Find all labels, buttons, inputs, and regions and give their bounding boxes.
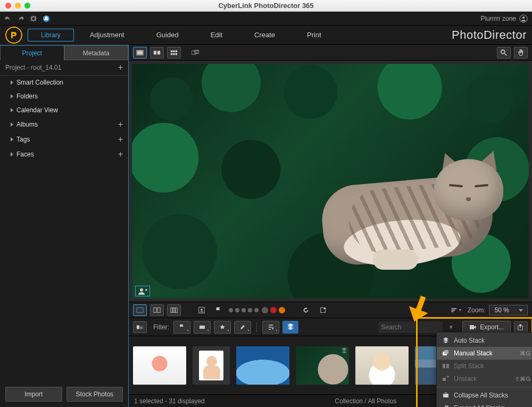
search-input[interactable] [379, 321, 443, 333]
crop-icon[interactable] [316, 304, 330, 316]
zoom-label: Zoom: [468, 306, 486, 314]
pan-icon[interactable] [514, 47, 528, 59]
chevron-right-icon [11, 80, 13, 85]
add-face-icon[interactable]: + [118, 150, 123, 159]
stack-dropdown[interactable] [282, 321, 298, 334]
filter-toolbar: Filter: Auto Stack Manual Stack ⌘G [129, 318, 532, 336]
face-tag-button[interactable] [135, 286, 150, 296]
preview-area[interactable] [129, 61, 532, 302]
svg-rect-14 [195, 50, 199, 53]
layout-split-icon[interactable] [150, 304, 164, 316]
menu-expand-stacks[interactable]: Expand All Stacks [437, 402, 532, 407]
view-compare-icon[interactable] [150, 47, 164, 59]
sort-dropdown[interactable] [262, 321, 279, 334]
search-icon[interactable] [497, 47, 511, 59]
chevron-right-icon [11, 94, 13, 98]
export-button[interactable]: Export... [462, 321, 511, 334]
tab-metadata[interactable]: Metadata [64, 45, 129, 60]
sidebar-item-faces[interactable]: Faces + [0, 147, 128, 162]
face-detect-icon[interactable] [195, 304, 209, 316]
thumb-size-icon[interactable] [133, 321, 147, 333]
stock-photos-button[interactable]: Stock Photos [66, 387, 123, 402]
mode-bar: Library Adjustment Guided Edit Create Pr… [0, 26, 532, 45]
tab-project[interactable]: Project [0, 45, 64, 60]
undo-icon[interactable] [4, 15, 12, 22]
chevron-right-icon [11, 137, 13, 142]
svg-rect-6 [157, 51, 160, 54]
sidebar-item-calendar-view[interactable]: Calendar View [0, 103, 128, 117]
auto-stack-icon [442, 337, 450, 344]
sidebar-item-tags[interactable]: Tags + [0, 132, 128, 147]
svg-rect-27 [451, 308, 456, 309]
thumbnail[interactable] [193, 346, 230, 385]
color-dot[interactable] [279, 307, 285, 313]
filter-rating-dropdown[interactable] [214, 321, 231, 334]
stack-menu: Auto Stack Manual Stack ⌘G Split Stack U… [436, 332, 532, 407]
layout-multi-icon[interactable] [167, 304, 181, 316]
add-project-icon[interactable]: + [118, 63, 123, 72]
share-icon[interactable] [514, 321, 528, 333]
svg-rect-31 [140, 326, 142, 329]
brand-text: PhotoDirector [452, 28, 527, 42]
add-tag-icon[interactable]: + [118, 135, 123, 144]
project-header[interactable]: Project - root_14.01 + [0, 60, 128, 76]
chevron-right-icon [11, 152, 13, 156]
status-path: Collection / All Photos [335, 397, 396, 405]
window-title: CyberLink PhotoDirector 365 [0, 2, 532, 10]
view-single-icon[interactable] [133, 47, 147, 59]
color-dot[interactable] [270, 307, 277, 313]
zoom-select[interactable]: 50 % [489, 305, 528, 315]
clear-search-icon[interactable]: × [446, 323, 456, 331]
preview-image [132, 64, 529, 298]
status-selection: 1 selected - 31 displayed [134, 397, 205, 405]
user-account[interactable]: Plurrrrr zone [480, 14, 528, 23]
redo-icon[interactable] [17, 15, 24, 22]
rating-dots[interactable] [229, 308, 259, 312]
filter-label: Filter: [153, 323, 169, 331]
sidebar-item-smart-collection[interactable]: Smart Collection [0, 76, 128, 89]
flag-icon[interactable] [212, 304, 226, 316]
sidebar-item-folders[interactable]: Folders [0, 89, 128, 103]
filter-label-dropdown[interactable] [194, 321, 211, 334]
menu-auto-stack[interactable]: Auto Stack [437, 334, 532, 347]
svg-rect-17 [137, 308, 143, 312]
color-dot[interactable] [262, 307, 268, 313]
thumbnail[interactable] [133, 346, 186, 385]
brand-logo-icon [5, 27, 22, 44]
add-album-icon[interactable]: + [118, 120, 123, 129]
settings-icon[interactable] [30, 15, 37, 22]
svg-point-2 [522, 16, 525, 18]
menu-manual-stack[interactable]: Manual Stack ⌘G [437, 347, 532, 360]
menu-collapse-stacks[interactable]: Collapse All Stacks [437, 389, 532, 402]
view-grid-icon[interactable] [167, 47, 181, 59]
chevron-right-icon [11, 122, 13, 127]
mode-library[interactable]: Library [28, 29, 74, 41]
svg-rect-39 [443, 394, 448, 397]
notification-icon[interactable] [43, 15, 50, 22]
view-secondary-icon[interactable] [188, 47, 202, 59]
stack-badge-icon [340, 347, 348, 355]
svg-rect-18 [154, 308, 156, 312]
mode-create[interactable]: Create [254, 31, 275, 39]
thumbnail[interactable] [355, 346, 409, 385]
svg-rect-12 [176, 53, 178, 55]
sidebar-item-albums[interactable]: Albums + [0, 117, 128, 132]
mode-guided[interactable]: Guided [156, 31, 179, 39]
svg-point-16 [140, 288, 143, 292]
filter-edit-dropdown[interactable] [234, 321, 251, 334]
expand-icon [442, 404, 450, 407]
sort-menu-icon[interactable]: ▾ [447, 304, 464, 316]
svg-rect-9 [176, 50, 178, 52]
filter-flag-dropdown[interactable] [173, 321, 190, 334]
thumbnail[interactable] [236, 346, 289, 385]
rotate-icon[interactable] [299, 304, 313, 316]
layout-single-icon[interactable] [133, 304, 147, 316]
import-button[interactable]: Import [5, 387, 62, 402]
mode-edit[interactable]: Edit [211, 31, 222, 39]
color-labels[interactable] [262, 307, 285, 313]
split-stack-icon [442, 362, 450, 370]
mode-print[interactable]: Print [307, 31, 321, 39]
zoom-control: Zoom: 50 % [468, 305, 528, 315]
mode-adjustment[interactable]: Adjustment [90, 31, 124, 39]
thumbnail[interactable] [296, 346, 349, 385]
